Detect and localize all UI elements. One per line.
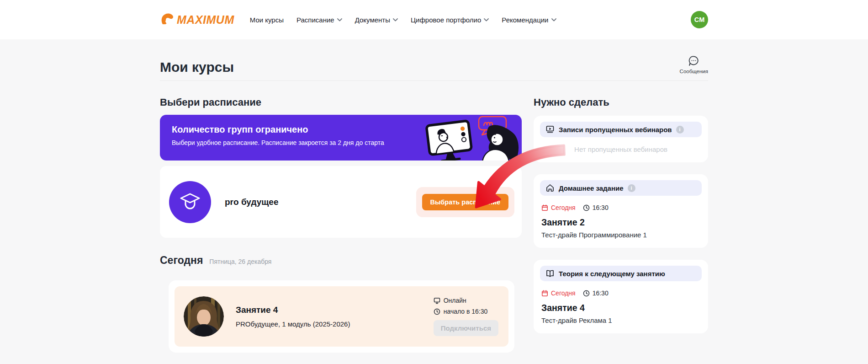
nav-label: Рекомендации — [502, 16, 548, 24]
lesson-start-label: начало в 16:30 — [444, 308, 488, 315]
logo-wordmark: MAXIMUM — [177, 13, 234, 27]
lesson-start-time: начало в 16:30 — [434, 308, 488, 315]
nav-item-documents[interactable]: Документы — [355, 16, 398, 24]
join-lesson-button[interactable]: Подключиться — [434, 320, 498, 336]
todo-heading: Нужно сделать — [534, 96, 708, 108]
due-time: 16:30 — [583, 204, 609, 211]
todo-lesson-title: Занятие 2 — [541, 217, 700, 228]
lesson-card[interactable]: Занятие 4 PROбудущее, 1 модуль (2025-202… — [175, 286, 508, 347]
groups-limited-banner: Количество групп ограничено Выбери удобн… — [160, 115, 522, 161]
my-courses-page: MAXIMUM Мои курсы Расписание Документы Ц… — [0, 0, 868, 364]
lesson-title: Занятие 4 — [236, 305, 350, 315]
maximum-logo-icon — [160, 12, 175, 27]
card-header-label: Теория к следующему занятию — [559, 270, 665, 278]
missed-webinars-header: Записи пропущенных вебинаров i — [540, 122, 702, 137]
chevron-down-icon — [484, 18, 489, 21]
nav-item-schedule[interactable]: Расписание — [296, 16, 342, 24]
clock-icon — [583, 204, 590, 211]
nav-label: Мои курсы — [250, 16, 284, 24]
due-time: 16:30 — [583, 289, 609, 297]
due-date: Сегодня — [541, 289, 576, 297]
homework-card[interactable]: Домашнее задание i Сегодня — [534, 174, 708, 248]
chevron-down-icon — [393, 18, 398, 21]
card-header-label: Записи пропущенных вебинаров — [559, 126, 672, 134]
calendar-icon — [541, 290, 548, 297]
video-player-icon — [545, 125, 555, 134]
no-missed-webinars-text: Нет пропущенных вебинаров — [540, 145, 702, 153]
main-nav: Мои курсы Расписание Документы Цифровое … — [250, 16, 556, 24]
lesson-course-name: PROбудущее, 1 модуль (2025-2026) — [236, 320, 350, 328]
today-date: Пятница, 26 декабря — [209, 258, 271, 265]
todo-lesson-subtitle: Тест-драйв Программирование 1 — [541, 231, 700, 239]
lesson-format-label: Онлайн — [444, 297, 466, 304]
home-icon — [545, 183, 555, 193]
avatar-initials: CM — [694, 16, 705, 23]
page-title: Мои курсы — [160, 59, 234, 75]
today-lessons-panel: Занятие 4 PROбудущее, 1 модуль (2025-202… — [169, 280, 514, 353]
nav-item-digital-portfolio[interactable]: Цифровое портфолио — [411, 16, 489, 24]
info-icon[interactable]: i — [628, 184, 635, 192]
choose-schedule-highlight: Выбрать расписание — [416, 187, 514, 217]
monitor-icon — [434, 297, 440, 304]
due-time-label: 16:30 — [593, 289, 609, 297]
todo-lesson-subtitle: Тест-драйв Реклама 1 — [541, 316, 700, 324]
today-heading: Сегодня — [160, 254, 203, 267]
calendar-icon — [541, 204, 548, 211]
messages-label: Сообщения — [680, 69, 708, 74]
course-card: pro будущее Выбрать расписание — [160, 166, 522, 238]
clock-icon — [434, 308, 440, 315]
theory-card[interactable]: Теория к следующему занятию Сегодня — [534, 260, 708, 333]
due-time-label: 16:30 — [593, 204, 609, 211]
top-navbar: MAXIMUM Мои курсы Расписание Документы Ц… — [0, 0, 868, 39]
graduation-cap-icon — [179, 191, 201, 214]
nav-label: Расписание — [296, 16, 334, 24]
nav-item-recommendations[interactable]: Рекомендации — [502, 16, 556, 24]
open-book-icon — [545, 269, 555, 278]
maximum-logo[interactable]: MAXIMUM — [160, 12, 234, 27]
chevron-down-icon — [337, 18, 342, 21]
due-date-label: Сегодня — [551, 204, 576, 211]
video-call-illustration — [416, 115, 520, 161]
missed-webinars-card: Записи пропущенных вебинаров i Нет пропу… — [534, 116, 708, 162]
lesson-format: Онлайн — [434, 297, 466, 304]
nav-label: Документы — [355, 16, 390, 24]
nav-item-my-courses[interactable]: Мои курсы — [250, 16, 284, 24]
theory-header: Теория к следующему занятию — [540, 266, 702, 281]
chevron-down-icon — [551, 18, 556, 21]
nav-label: Цифровое портфолио — [411, 16, 481, 24]
due-date-label: Сегодня — [551, 289, 576, 297]
messages-button[interactable]: Сообщения — [680, 55, 708, 74]
user-avatar[interactable]: CM — [691, 11, 708, 28]
course-name: pro будущее — [225, 197, 279, 207]
homework-header: Домашнее задание i — [540, 180, 702, 196]
info-icon[interactable]: i — [676, 126, 684, 134]
todo-lesson-title: Занятие 4 — [541, 303, 700, 313]
course-avatar — [169, 181, 211, 223]
teacher-photo — [184, 296, 224, 337]
card-header-label: Домашнее задание — [559, 184, 624, 192]
chat-bubble-icon — [688, 55, 700, 67]
due-date: Сегодня — [541, 204, 576, 211]
schedule-section-heading: Выбери расписание — [160, 96, 522, 108]
choose-schedule-button[interactable]: Выбрать расписание — [422, 194, 508, 210]
clock-icon — [583, 290, 590, 297]
title-divider — [160, 80, 708, 81]
